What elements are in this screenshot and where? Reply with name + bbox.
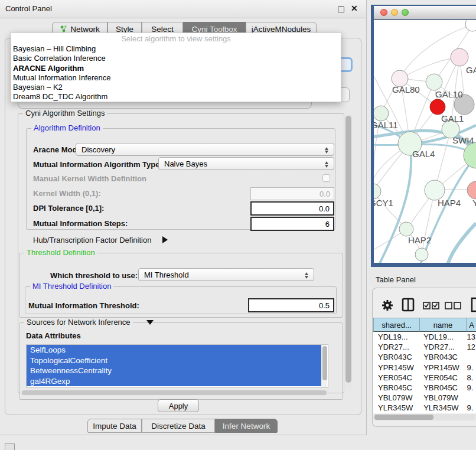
table-row[interactable]: YPR145WYPR145W9. (373, 363, 476, 373)
checked-columns-icon[interactable] (423, 302, 439, 309)
table-cell[interactable]: YBR045C (419, 383, 464, 393)
which-threshold-label: Which threshold to use: (50, 271, 138, 280)
unchecked-columns-icon[interactable] (445, 302, 461, 309)
table-cell[interactable]: YER054C (373, 373, 419, 383)
column-header-name[interactable]: name (420, 318, 467, 332)
table-cell[interactable]: YDR27... (419, 342, 464, 352)
aracne-mode-select[interactable]: Discovery (76, 143, 334, 156)
collapse-arrow-icon[interactable] (146, 320, 154, 325)
attribute-list-item[interactable]: BetweennessCentrality (27, 366, 321, 376)
kernel-width-label: Kernel Width (0,1): (33, 189, 101, 198)
attribute-list-item[interactable]: SelfLoops (27, 345, 321, 356)
node-GCY1[interactable] (374, 184, 381, 199)
data-attributes-list[interactable]: SelfLoopsTopologicalCoefficientBetweenne… (26, 344, 328, 388)
node-partial-top[interactable] (465, 20, 476, 31)
table-row[interactable]: YIL052CYIL052C9 (373, 413, 476, 414)
table-cell[interactable]: 9. (464, 383, 476, 393)
node-GAL1[interactable] (430, 99, 445, 115)
algorithm-option[interactable]: ARACNE Algorithm (11, 64, 341, 73)
node-HAP4[interactable] (425, 180, 445, 200)
float-window-icon[interactable] (338, 6, 344, 12)
settings-scrollbar-thumb[interactable] (345, 116, 351, 383)
node-salmon-right[interactable] (467, 181, 476, 199)
table-cell[interactable]: YIL052C (373, 413, 419, 414)
algorithm-option[interactable]: Bayesian – K2 (11, 83, 341, 92)
aracne-mode-value: Discovery (81, 145, 115, 154)
column-header-partial[interactable]: A (467, 318, 476, 332)
table-cell[interactable]: 8. (464, 373, 476, 383)
table-cell[interactable]: YBL079W (419, 393, 464, 403)
table-row[interactable]: YDR27...YDR27...12 (373, 342, 476, 352)
node-GAL10[interactable] (426, 74, 442, 90)
table-hscrollbar-thumb[interactable] (374, 415, 433, 420)
close-icon[interactable]: ✕ (351, 4, 358, 13)
which-threshold-select[interactable]: MI Threshold (138, 268, 314, 281)
minimized-panel-icon[interactable] (5, 443, 15, 450)
attributes-hscrollbar-thumb[interactable] (22, 390, 327, 395)
table-cell[interactable]: YER054C (419, 373, 464, 383)
algorithm-option[interactable]: Mutual Information Inference (11, 73, 341, 83)
node-label: GAL10 (435, 89, 463, 99)
table-cell[interactable]: YBR045C (373, 383, 419, 393)
network-canvas[interactable]: GALGAL80GAL10GAL1GAL11SWI4GAL4GCY1HAP4YH… (374, 20, 476, 263)
apply-button[interactable]: Apply (158, 399, 199, 412)
table-cell[interactable]: YLR345W (373, 403, 419, 413)
dpi-tolerance-input[interactable]: 0.0 (250, 201, 334, 216)
table-row[interactable]: YBL079WYBL079W (373, 393, 476, 403)
network-view-window: GALGAL80GAL10GAL1GAL11SWI4GAL4GCY1HAP4YH… (371, 5, 476, 267)
kernel-width-input[interactable]: 0.0 (250, 187, 334, 200)
table-row[interactable]: YBR045CYBR045C9. (373, 383, 476, 393)
mi-threshold-input[interactable]: 0.5 (248, 298, 334, 312)
table-row[interactable]: YLR345WYLR345W9. (373, 403, 476, 413)
table-cell[interactable]: 9. (464, 363, 476, 373)
table-cell[interactable]: 12 (464, 342, 476, 352)
node-GAL11[interactable] (374, 106, 389, 121)
table-row[interactable]: YDL19...YDL19...13 (373, 332, 476, 342)
table-cell[interactable]: YBL079W (373, 393, 419, 403)
algorithm-option[interactable]: Basic Correlation Inference (11, 54, 341, 63)
table-cell[interactable]: YPR145W (373, 363, 419, 373)
table-cell[interactable]: YPR145W (419, 363, 464, 373)
manual-kernel-checkbox[interactable] (322, 174, 330, 182)
table-cell[interactable]: YLR345W (419, 403, 464, 413)
table-cell[interactable]: YBR043C (419, 352, 464, 362)
close-window-button[interactable] (380, 9, 387, 16)
minimize-window-button[interactable] (391, 9, 398, 16)
table-cell[interactable]: YDR27... (373, 342, 419, 352)
node-HAP2[interactable] (399, 222, 413, 236)
table-cell[interactable]: YIL052C (419, 413, 464, 414)
table-cell[interactable]: 9 (464, 413, 476, 414)
tab-discretize-data[interactable]: Discretize Data (142, 419, 215, 433)
hub-definition-label[interactable]: Hub/Transcription Factor Definition (33, 236, 151, 244)
table-cell[interactable]: YDL19... (373, 332, 419, 342)
table-row[interactable]: YER054CYER054C8. (373, 373, 476, 383)
zoom-window-button[interactable] (402, 9, 409, 16)
split-pane-icon[interactable] (402, 298, 415, 312)
network-edge[interactable] (420, 155, 476, 263)
attributes-list-scrollbar-thumb[interactable] (322, 346, 327, 380)
table-row[interactable]: YBR043CYBR043C (373, 352, 476, 362)
attribute-list-item[interactable]: TopologicalCoefficient (27, 356, 321, 366)
control-panel-titlebar[interactable] (0, 0, 366, 18)
node-partial-bottom[interactable] (415, 248, 428, 261)
mi-type-select[interactable]: Naive Bayes (158, 157, 334, 170)
table-cell[interactable]: 9. (464, 403, 476, 413)
algorithm-option[interactable]: Bayesian – Hill Climbing (11, 44, 341, 54)
table-cell[interactable]: YDL19... (419, 332, 464, 342)
tab-impute-data[interactable]: Impute Data (87, 419, 142, 433)
network-edge[interactable] (448, 223, 476, 263)
node-pink-top[interactable] (451, 48, 468, 66)
table-cell[interactable] (464, 393, 476, 403)
mi-steps-input[interactable]: 6 (250, 217, 334, 231)
network-window-titlebar[interactable] (374, 6, 476, 19)
table-cell[interactable] (464, 352, 476, 362)
gear-icon[interactable] (381, 299, 394, 312)
column-header-shared-name[interactable]: shared... (373, 318, 420, 332)
expand-arrow-icon[interactable] (162, 236, 168, 243)
document-icon[interactable] (471, 297, 476, 312)
table-cell[interactable]: YBR043C (373, 352, 419, 362)
table-cell[interactable]: 13 (464, 332, 476, 342)
algorithm-option[interactable]: Dream8 DC_TDC Algorithm (11, 92, 341, 102)
attribute-list-item[interactable]: gal4RGexp (27, 376, 321, 387)
tab-infer-network[interactable]: Infer Network (215, 419, 278, 433)
